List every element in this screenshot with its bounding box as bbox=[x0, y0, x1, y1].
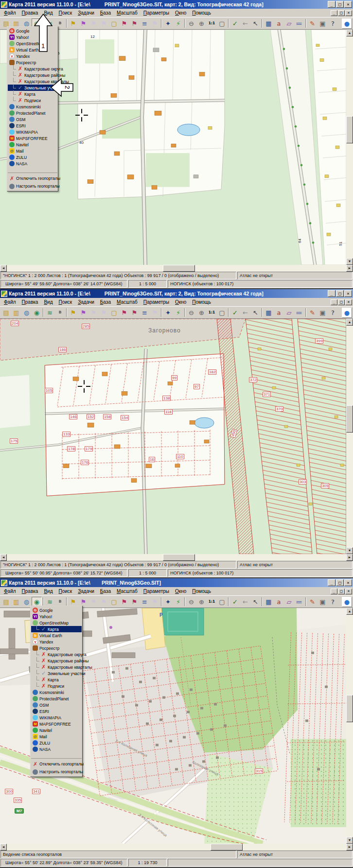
select-frame-icon[interactable]: ▢ bbox=[109, 18, 119, 29]
zoom-out-icon[interactable]: ⊖ bbox=[186, 597, 196, 607]
menubar-item-3[interactable]: Поиск bbox=[55, 299, 75, 305]
close-button[interactable]: × bbox=[344, 1, 352, 8]
geoportal-item-13[interactable]: Kosmosnimki bbox=[31, 689, 82, 695]
select-add-icon[interactable]: ⚑ bbox=[119, 308, 129, 318]
pointer-icon[interactable]: ↖ bbox=[250, 597, 261, 607]
menubar-item-7[interactable]: Параметры bbox=[141, 299, 172, 305]
menubar-item-2[interactable]: Вид bbox=[41, 299, 55, 305]
scroll-up-button[interactable]: ▲ bbox=[346, 608, 353, 615]
confirm-icon[interactable]: ✓ bbox=[230, 18, 240, 29]
polygon-tool-icon[interactable]: ▱ bbox=[284, 597, 294, 607]
google-earth-icon[interactable]: ● bbox=[342, 597, 352, 607]
vertical-scroll-thumb[interactable] bbox=[346, 405, 353, 433]
menubar-item-9[interactable]: Помощь bbox=[189, 299, 214, 305]
confirm-icon[interactable]: ✓ bbox=[230, 308, 240, 318]
menubar-item-5[interactable]: База bbox=[97, 299, 114, 305]
horizontal-scrollbar[interactable]: ◄ ► bbox=[0, 265, 353, 272]
vertical-scroll-thumb[interactable] bbox=[346, 116, 353, 143]
geoportal-item-0[interactable]: GGoogle bbox=[31, 607, 82, 613]
pointer-icon[interactable]: ↖ bbox=[250, 18, 261, 29]
geoportal-item-3[interactable]: ✓Карта bbox=[31, 626, 82, 632]
menubar-item-3[interactable]: Поиск bbox=[55, 10, 75, 16]
geoportal-item-16[interactable]: WIKIMAPIA bbox=[8, 129, 57, 135]
paint-map-icon[interactable]: ✎ bbox=[307, 18, 318, 29]
geoportal-item-17[interactable]: WIKIMAPIA bbox=[31, 714, 82, 721]
mdi-minimize-button[interactable]: _ bbox=[331, 589, 337, 594]
menubar-item-0[interactable]: Файл bbox=[1, 10, 19, 16]
object-list-icon[interactable]: ≡ bbox=[140, 308, 150, 318]
scroll-right-button[interactable]: ► bbox=[346, 844, 353, 851]
run-task-icon[interactable]: ⚡ bbox=[173, 597, 183, 607]
geoportal-item-2[interactable]: OpenStreetMap bbox=[8, 40, 57, 47]
maximize-button[interactable]: □ bbox=[336, 290, 344, 297]
menubar-item-4[interactable]: Задачи bbox=[75, 588, 97, 594]
select-object-icon[interactable]: ⚑ bbox=[68, 308, 78, 318]
map-viewport[interactable]: Загорново2042851863993723713701059918297… bbox=[0, 319, 346, 554]
select-frame-icon[interactable]: ▢ bbox=[109, 597, 119, 607]
scroll-right-button[interactable]: ► bbox=[346, 265, 353, 272]
mdi-close-button[interactable]: × bbox=[345, 299, 352, 305]
mdi-minimize-button[interactable]: _ bbox=[331, 10, 337, 16]
geoportal-item-13[interactable]: ProtectedPlanet bbox=[8, 110, 57, 116]
menubar-item-0[interactable]: Файл bbox=[1, 588, 19, 594]
geoportal-item-12[interactable]: Kosmosnimki bbox=[8, 104, 57, 110]
geoportal-item-15[interactable]: ESRI bbox=[8, 122, 57, 129]
select-disabled2-icon[interactable]: ⚑ bbox=[99, 18, 109, 29]
zoom-in-icon[interactable]: ⊕ bbox=[196, 308, 207, 318]
horizontal-scrollbar[interactable]: ◄ ► bbox=[0, 844, 353, 851]
print-icon[interactable]: ▣ bbox=[318, 597, 328, 607]
help-pointer-icon[interactable]: ? bbox=[328, 597, 338, 607]
geoportal-item-17[interactable]: MMAPSFORFREE bbox=[8, 135, 57, 141]
paint-map-icon[interactable]: ✎ bbox=[307, 308, 318, 318]
select-object-icon[interactable]: ⚑ bbox=[68, 18, 78, 29]
select-frame-icon[interactable]: ▢ bbox=[109, 308, 119, 318]
select-disabled1-icon[interactable]: ⚑ bbox=[88, 597, 99, 607]
menubar-item-8[interactable]: Окно bbox=[172, 299, 189, 305]
scroll-up-button[interactable]: ▲ bbox=[346, 30, 353, 36]
scroll-right-button[interactable]: ► bbox=[346, 554, 353, 561]
horizontal-scrollbar[interactable]: ◄ ► bbox=[0, 554, 353, 561]
undo-arrow-icon[interactable]: ← bbox=[240, 597, 250, 607]
mdi-restore-button[interactable]: □ bbox=[338, 299, 345, 305]
close-button[interactable]: × bbox=[344, 579, 352, 586]
legend-list-icon[interactable]: ≔ bbox=[294, 18, 304, 29]
geoportal-item-21[interactable]: ZULU bbox=[31, 740, 82, 746]
scroll-left-button[interactable]: ◄ bbox=[0, 844, 7, 851]
minimize-button[interactable]: _ bbox=[328, 1, 335, 8]
geoportal-item-action-1[interactable]: Настроить геопорталы bbox=[31, 768, 82, 776]
open-map-icon[interactable]: ▤ bbox=[1, 308, 11, 318]
text-label-icon[interactable]: a bbox=[274, 597, 284, 607]
maximize-button[interactable]: □ bbox=[336, 1, 344, 8]
menubar-item-9[interactable]: Помощь bbox=[189, 10, 214, 16]
pointer-icon[interactable]: ↖ bbox=[250, 308, 261, 318]
zoom-in-icon[interactable]: ⊕ bbox=[196, 597, 207, 607]
menubar-item-1[interactable]: Правка bbox=[19, 299, 41, 305]
horizontal-scroll-thumb[interactable] bbox=[163, 265, 195, 272]
confirm-icon[interactable]: ✓ bbox=[230, 597, 240, 607]
title-bar[interactable]: Карта 2011 версия 11.10.0 - [E:\e\ PRINT… bbox=[0, 578, 353, 587]
paint-map-icon[interactable]: ✎ bbox=[307, 597, 318, 607]
menubar-item-4[interactable]: Задачи bbox=[75, 299, 97, 305]
vertical-scrollbar[interactable]: ▲ ▼ bbox=[346, 608, 353, 844]
select-by-name-icon[interactable]: ⚑ bbox=[78, 308, 88, 318]
menubar-item-6[interactable]: Масштаб bbox=[114, 10, 141, 16]
geoportal-item-18[interactable]: MMAPSFORFREE bbox=[31, 721, 82, 727]
geoportal-item-19[interactable]: Navitel bbox=[31, 727, 82, 733]
scale-1-1-icon[interactable]: 1:1 bbox=[207, 308, 217, 318]
menubar-item-6[interactable]: Масштаб bbox=[114, 299, 141, 305]
select-disabled2-icon[interactable]: ⚑ bbox=[99, 597, 109, 607]
title-bar[interactable]: Карта 2011 версия 11.10.0 - [E:\e\ PRINT… bbox=[0, 289, 353, 298]
geoportal-item-20[interactable]: @Mail bbox=[31, 733, 82, 740]
text-label-icon[interactable]: a bbox=[274, 308, 284, 318]
menubar-item-2[interactable]: Вид bbox=[41, 588, 55, 594]
geoportal-item-4[interactable]: bVirtual Earth bbox=[31, 632, 82, 639]
object-list-icon[interactable]: ≡ bbox=[140, 18, 150, 29]
object-table-icon[interactable]: ▦ bbox=[264, 597, 274, 607]
text-label-icon[interactable]: a bbox=[274, 18, 284, 29]
select-disabled3-icon[interactable]: ⚑ bbox=[150, 18, 160, 29]
open-internet-map-icon[interactable]: ◍ bbox=[21, 308, 32, 318]
geoportal-item-5[interactable]: YYandex bbox=[31, 639, 82, 645]
select-query-icon[interactable]: ⚑ bbox=[129, 308, 140, 318]
mdi-restore-button[interactable]: □ bbox=[338, 589, 345, 594]
zoom-frame-icon[interactable]: ▢ bbox=[217, 308, 227, 318]
